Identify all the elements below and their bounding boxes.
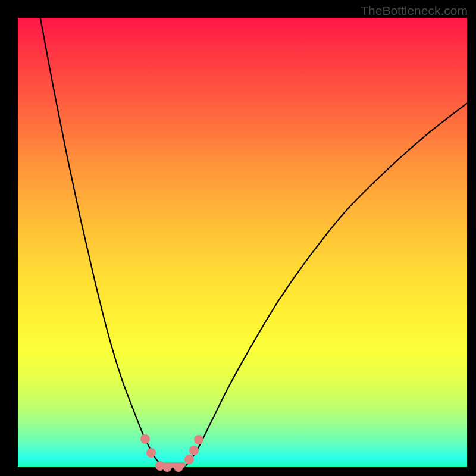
bottom-segment [159,462,186,468]
data-marker [184,455,194,464]
chart-curves [18,18,467,467]
data-marker [140,434,150,444]
chart-plot-area [18,18,467,467]
series-left-curve [40,18,166,467]
data-marker [194,435,203,444]
data-marker [146,448,156,458]
watermark-text: TheBottleneck.com [361,4,468,18]
series-right-curve [184,103,467,467]
data-marker [189,446,199,455]
